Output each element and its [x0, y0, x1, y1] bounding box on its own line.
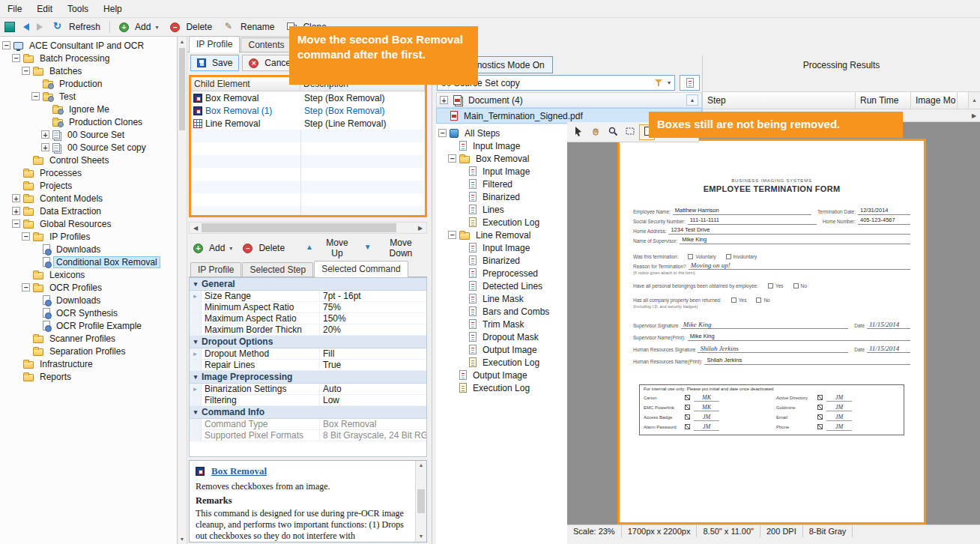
- results-column-image-mo[interactable]: Image Mo: [911, 92, 958, 109]
- tree-item-conditional-box-removal[interactable]: −Conditional Box Removal: [0, 256, 177, 268]
- help-title-link[interactable]: Box Removal: [211, 465, 267, 477]
- step-item-input-image[interactable]: −Input Image: [436, 241, 567, 254]
- expand-icon[interactable]: +: [41, 130, 49, 139]
- step-item-line-removal[interactable]: −Line Removal: [436, 229, 567, 241]
- step-item-output-image[interactable]: −Output Image: [436, 343, 567, 356]
- collapse-icon[interactable]: −: [12, 220, 20, 228]
- pointer-tool-button[interactable]: [570, 124, 586, 140]
- tree-item-downloads[interactable]: −Downloads: [0, 294, 177, 306]
- tree-item-control-sheets[interactable]: −Control Sheets: [0, 154, 177, 166]
- tree-item-lexicons[interactable]: −Lexicons: [0, 268, 177, 281]
- expand-icon[interactable]: +: [12, 207, 20, 215]
- delete-button[interactable]: Delete: [164, 19, 218, 34]
- tree-item-processes[interactable]: −Processes: [0, 166, 177, 179]
- property-value[interactable]: 150%: [320, 313, 426, 324]
- expand-icon[interactable]: +: [41, 143, 49, 151]
- delete-button[interactable]: Delete: [238, 241, 289, 256]
- property-repair-lines[interactable]: Repair LinesTrue: [190, 360, 426, 371]
- step-item-execution-log[interactable]: −Execution Log: [436, 216, 567, 229]
- collapse-icon[interactable]: −: [31, 92, 40, 100]
- move-down-button[interactable]: Move Down: [360, 235, 427, 261]
- property-filtering[interactable]: FilteringLow: [190, 395, 426, 406]
- property-value[interactable]: True: [320, 360, 426, 370]
- scroll-down-icon[interactable]: ▼: [416, 532, 426, 542]
- property-section-general[interactable]: ▾General: [190, 278, 426, 291]
- step-item-box-removal[interactable]: −Box Removal: [436, 152, 567, 165]
- scrollbar-thumb[interactable]: [417, 489, 425, 513]
- property-maximum-border-thickn[interactable]: Maximum Border Thickn20%: [190, 324, 426, 336]
- tree-item-reports[interactable]: −Reports: [0, 370, 177, 383]
- collapse-icon[interactable]: −: [22, 67, 30, 75]
- collapse-icon[interactable]: −: [12, 54, 20, 62]
- expand-chevron-icon[interactable]: ▸: [190, 348, 202, 359]
- results-column-run-time[interactable]: Run Time: [856, 92, 911, 109]
- tree-item-00-source-set[interactable]: +00 Source Set: [0, 128, 177, 141]
- scrollbar-thumb[interactable]: [202, 223, 396, 232]
- step-item-filtered[interactable]: −Filtered: [436, 178, 567, 190]
- tree-item-ocr-profiles[interactable]: −OCR Profiles: [0, 281, 177, 294]
- save-button[interactable]: Save: [190, 55, 239, 71]
- results-column-step[interactable]: Step: [703, 92, 856, 109]
- scroll-up-icon[interactable]: ▲: [178, 37, 187, 46]
- collapse-panel-icon[interactable]: ▴: [686, 94, 698, 106]
- image-viewer-canvas[interactable]: BUSINESS IMAGING SYSTEMSEMPLOYEE TERMINA…: [567, 122, 980, 525]
- child-element-row-box-removal-1[interactable]: Box Removal (1)Step (Box Removal): [191, 104, 425, 117]
- tree-item-projects[interactable]: −Projects: [0, 179, 177, 192]
- region-zoom-tool-button[interactable]: [622, 124, 638, 140]
- property-value[interactable]: 8 Bit Grayscale, 24 Bit RGB, 32 B: [320, 430, 426, 441]
- property-value[interactable]: 75%: [320, 302, 426, 312]
- refresh-button[interactable]: Refresh: [46, 19, 106, 34]
- tree-item-infrastructure[interactable]: −Infrastructure: [0, 357, 177, 370]
- child-element-row-line-removal[interactable]: Line RemovalStep (Line Removal): [191, 117, 425, 130]
- step-item-input-image[interactable]: −Input Image: [436, 165, 567, 178]
- tree-item-batch-processing[interactable]: −Batch Processing: [0, 52, 177, 64]
- property-section-dropout-options[interactable]: ▾Dropout Options: [190, 336, 426, 348]
- property-value[interactable]: Auto: [320, 384, 426, 394]
- step-item-binarized[interactable]: −Binarized: [436, 254, 567, 267]
- subtab-ip-profile[interactable]: IP Profile: [190, 262, 241, 277]
- subtab-selected-command[interactable]: Selected Command: [314, 261, 408, 277]
- tree-item-content-models[interactable]: +Content Models: [0, 192, 177, 205]
- column-header-child-element[interactable]: Child Element: [191, 77, 300, 91]
- menu-edit[interactable]: Edit: [29, 1, 60, 17]
- tree-item-production-clones[interactable]: −Production Clones: [0, 115, 177, 128]
- step-item-input-image[interactable]: −Input Image: [436, 139, 567, 152]
- property-minimum-aspect-ratio[interactable]: Minimum Aspect Ratio75%: [190, 302, 426, 313]
- step-item-line-mask[interactable]: −Line Mask: [436, 292, 567, 305]
- menu-help[interactable]: Help: [96, 1, 130, 17]
- zoom-tool-button[interactable]: [605, 124, 620, 140]
- tree-item-separation-profiles[interactable]: −Separation Profiles: [0, 345, 177, 357]
- property-value[interactable]: 20%: [320, 324, 426, 335]
- scroll-up-icon[interactable]: ▲: [416, 461, 426, 471]
- step-item-preprocessed[interactable]: −Preprocessed: [436, 267, 567, 279]
- filter-icon[interactable]: [655, 79, 662, 86]
- add-button[interactable]: Add▾: [113, 19, 164, 34]
- step-item-dropout-mask[interactable]: −Dropout Mask: [436, 330, 567, 343]
- tree-item-ignore-me[interactable]: −Ignore Me: [0, 103, 177, 115]
- step-item-detected-lines[interactable]: −Detected Lines: [436, 279, 567, 292]
- tree-item-ace-consultant-ip-and-ocr[interactable]: −ACE Consultant IP and OCR: [0, 39, 177, 52]
- step-item-all-steps[interactable]: −All Steps: [436, 127, 567, 139]
- tree-item-global-resources[interactable]: −Global Resources: [0, 217, 177, 230]
- expand-chevron-icon[interactable]: ▸: [190, 384, 202, 394]
- tree-item-data-extraction[interactable]: +Data Extraction: [0, 205, 177, 217]
- collapse-icon[interactable]: −: [22, 232, 30, 241]
- grid-horizontal-scrollbar[interactable]: ◀ ▶: [189, 222, 427, 234]
- scroll-down-icon[interactable]: ▼: [178, 534, 187, 544]
- property-section-command-info[interactable]: ▾Command Info: [190, 406, 426, 419]
- help-scrollbar[interactable]: ▲ ▼: [415, 461, 426, 542]
- rename-button[interactable]: Rename: [218, 19, 280, 34]
- forward-button[interactable]: [33, 20, 46, 34]
- expand-icon[interactable]: +: [440, 96, 448, 104]
- property-value[interactable]: Box Removal: [320, 419, 426, 429]
- tree-item-production[interactable]: −Production: [0, 77, 177, 90]
- tree-scrollbar[interactable]: ▲ ▼: [178, 37, 187, 544]
- step-item-output-image[interactable]: −Output Image: [436, 369, 567, 381]
- tab-contents[interactable]: Contents: [241, 37, 291, 52]
- collapse-icon[interactable]: −: [438, 129, 447, 137]
- step-item-execution-log[interactable]: −Execution Log: [436, 381, 567, 394]
- tree-item-ocr-profile-example[interactable]: −OCR Profile Example: [0, 319, 177, 332]
- subtab-selected-step[interactable]: Selected Step: [242, 262, 313, 277]
- step-item-bars-and-combs[interactable]: −Bars and Combs: [436, 305, 567, 318]
- property-value[interactable]: 7pt - 16pt: [320, 291, 426, 301]
